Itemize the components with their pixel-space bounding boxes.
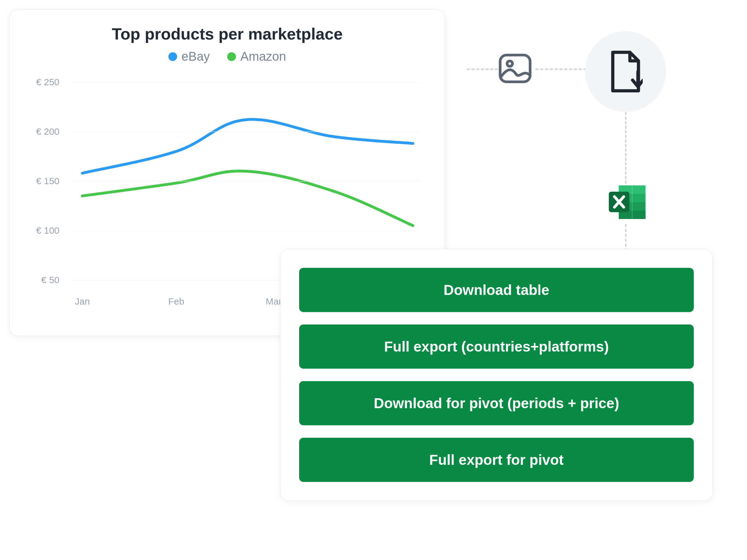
download-table-button[interactable]: Download table: [299, 268, 694, 312]
x-tick-label: Jan: [75, 296, 89, 307]
connector-line: [535, 69, 591, 70]
legend-dot-ebay: [169, 52, 177, 61]
chart-title: Top products per marketplace: [28, 25, 426, 43]
chart-line-amazon: [82, 171, 413, 225]
connector-line: [625, 112, 626, 184]
legend-item-amazon: Amazon: [227, 50, 286, 63]
export-flow-diagram: [467, 37, 722, 249]
full-export-countries-platforms-button[interactable]: Full export (countries+platforms): [299, 324, 694, 369]
x-tick-label: Feb: [169, 296, 185, 307]
image-icon: [498, 53, 532, 84]
legend-dot-amazon: [227, 52, 236, 61]
chart-line-ebay: [82, 119, 413, 173]
chart-legend: eBay Amazon: [28, 50, 426, 63]
legend-label-ebay: eBay: [181, 50, 210, 63]
file-download-icon[interactable]: [585, 31, 666, 112]
y-tick-label: € 200: [36, 126, 59, 137]
chart-y-axis: € 50€ 100€ 150€ 200€ 250: [28, 72, 66, 290]
export-options-card: Download table Full export (countries+pl…: [280, 249, 713, 501]
full-export-pivot-button[interactable]: Full export for pivot: [299, 438, 694, 482]
svg-rect-0: [500, 55, 530, 82]
svg-rect-7: [632, 185, 633, 219]
grid-line: [72, 181, 420, 181]
grid-line: [72, 132, 420, 132]
legend-label-amazon: Amazon: [240, 50, 286, 63]
y-tick-label: € 100: [36, 225, 59, 236]
y-tick-label: € 50: [42, 275, 59, 285]
legend-item-ebay: eBay: [169, 50, 210, 63]
connector-line: [467, 69, 498, 70]
excel-icon: [607, 184, 647, 221]
grid-line: [72, 82, 420, 82]
y-tick-label: € 150: [36, 176, 59, 186]
y-tick-label: € 250: [36, 77, 59, 87]
grid-line: [72, 231, 420, 231]
x-tick-label: Mar: [266, 296, 282, 307]
svg-point-1: [507, 61, 512, 66]
download-pivot-periods-price-button[interactable]: Download for pivot (periods + price): [299, 381, 694, 425]
